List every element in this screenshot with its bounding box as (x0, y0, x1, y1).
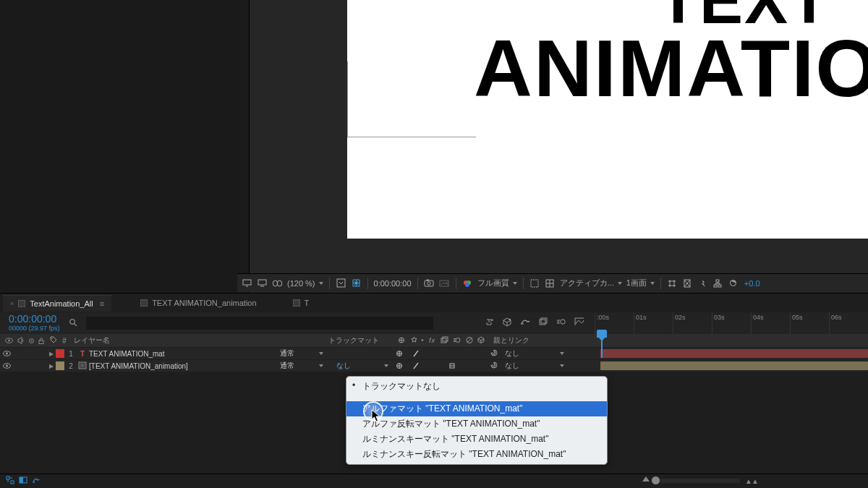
zoom-dropdown[interactable]: (120 %) (287, 279, 323, 288)
navigator-marker[interactable] (642, 476, 650, 481)
tab-t[interactable]: T (286, 295, 317, 311)
toggle-switches-icon[interactable] (6, 476, 14, 487)
label-header-icon[interactable] (49, 336, 58, 345)
layer-bar[interactable] (600, 361, 868, 370)
time-row: 0:00:00:00 00000 (29.97 fps) :00s 01s 02… (0, 312, 868, 334)
layer-row-1[interactable]: ▶ 1 T TEXT ANIMATION_mat 通常 なし (0, 347, 868, 359)
tab-text-animation-anim[interactable]: TEXT ANIMATION_animation (133, 295, 263, 311)
layer-name[interactable]: TEXT ANIMATION_mat (88, 350, 277, 358)
layer-name[interactable]: [TEXT ANIMATION_animation] (88, 362, 277, 370)
svg-rect-2 (258, 280, 266, 285)
menu-item-alpha[interactable]: アルファマット "TEXT ANIMATION_mat" (346, 401, 607, 416)
parent-dropdown[interactable]: なし (502, 348, 567, 359)
camera-label: アクティブカ... (560, 278, 614, 288)
label-color[interactable] (56, 349, 64, 358)
comp-mini-flow-icon[interactable] (483, 317, 494, 330)
frameblend-stack-icon[interactable] (537, 317, 548, 330)
svg-rect-64 (7, 476, 9, 479)
views-label: 1画面 (626, 278, 647, 288)
resolution-down-icon[interactable] (336, 278, 346, 288)
transparency-grid-icon[interactable] (351, 278, 362, 288)
menu-item-luma[interactable]: ルミナンスキーマット "TEXT ANIMATION_mat" (346, 432, 607, 447)
visibility-toggle[interactable] (3, 362, 12, 370)
preview-panel: TEXT ANIMATION (120 %) 0:00:00:00 フル画質 ア… (0, 0, 868, 293)
svg-rect-6 (337, 279, 345, 287)
region-icon[interactable] (529, 278, 540, 288)
expand-chevron-icon[interactable]: ▶ (49, 351, 56, 357)
motion-blur-icon[interactable] (556, 317, 566, 330)
blend-mode-dropdown[interactable]: 通常 (277, 361, 326, 371)
search-input[interactable] (86, 317, 433, 330)
svg-point-57 (79, 367, 80, 368)
svg-rect-27 (540, 320, 545, 325)
svg-point-5 (277, 281, 281, 286)
render-queue-icon[interactable] (19, 476, 27, 487)
search-icon[interactable] (69, 318, 77, 328)
graph-editor-icon[interactable] (574, 317, 584, 330)
svg-line-24 (74, 324, 76, 326)
snapshot-icon[interactable] (424, 278, 435, 288)
time-ruler[interactable]: :00s 01s 02s 03s 04s 05s 06s (595, 312, 868, 334)
trackmatte-dropdown[interactable]: なし (333, 361, 391, 371)
svg-rect-19 (716, 280, 719, 282)
layer-switches[interactable] (391, 362, 490, 369)
timeline-navigator[interactable]: ▲▲ (40, 474, 868, 488)
ruler-tick: 04s (751, 312, 790, 334)
channel-icon[interactable] (462, 278, 473, 288)
timecode[interactable]: 0:00:00:00 (9, 314, 60, 325)
svg-point-4 (273, 281, 277, 286)
flowchart-icon[interactable] (712, 278, 723, 288)
blend-mode-dropdown[interactable]: 通常 (277, 348, 326, 359)
svg-rect-65 (11, 481, 14, 484)
text-frame-guide (347, 61, 476, 137)
display-icon[interactable] (242, 278, 252, 288)
visibility-toggle[interactable] (3, 350, 12, 358)
trackmatte-menu: トラックマットなし アルファマット "TEXT ANIMATION_mat" ア… (346, 376, 608, 465)
fast-preview-icon[interactable] (697, 278, 708, 288)
menu-item-alpha-inv[interactable]: アルファ反転マット "TEXT ANIMATION_mat" (346, 416, 607, 432)
camera-dropdown[interactable]: アクティブカ... (560, 278, 622, 288)
svg-point-34 (51, 338, 53, 339)
mask-toggle-icon[interactable] (272, 278, 283, 288)
zoom-knob[interactable] (652, 476, 660, 484)
quality-dropdown[interactable]: フル画質 (477, 278, 517, 288)
viewer-time[interactable]: 0:00:00:00 (374, 279, 412, 288)
parent-header[interactable]: 親とリンク (493, 335, 595, 346)
trackmatte-header[interactable]: トラックマット (328, 335, 395, 346)
svg-rect-40 (443, 337, 448, 341)
shy-icon[interactable] (519, 317, 530, 330)
show-snapshot-icon[interactable] (439, 278, 450, 288)
svg-point-38 (422, 339, 423, 341)
layer-row-2[interactable]: ▶ 2 [TEXT ANIMATION_animation] 通常 なし なし (0, 359, 868, 372)
svg-rect-20 (714, 285, 717, 287)
zoom-value: (120 %) (287, 279, 315, 288)
label-color[interactable] (56, 361, 64, 370)
close-icon[interactable]: × (10, 300, 14, 307)
toggle-modes-icon[interactable] (32, 476, 40, 487)
layername-header[interactable]: レイヤー名 (71, 335, 272, 346)
zoom-slider[interactable] (653, 479, 740, 483)
grid-icon[interactable] (545, 278, 556, 288)
menu-item-luma-inv[interactable]: ルミナンスキー反転マット "TEXT ANIMATION_mat" (346, 447, 607, 462)
tab-textanimation-all[interactable]: × TextAnimation_All ≡ (3, 295, 111, 312)
pickwhip-icon[interactable] (490, 348, 499, 359)
expand-chevron-icon[interactable]: ▶ (49, 363, 56, 369)
layer-switches[interactable] (391, 350, 490, 357)
svg-point-42 (456, 338, 460, 342)
parent-dropdown[interactable]: なし (502, 361, 567, 371)
monitor-icon[interactable] (257, 278, 268, 288)
layer-bar[interactable] (600, 349, 868, 358)
pickwhip-icon[interactable] (490, 361, 499, 371)
svg-point-30 (8, 340, 10, 342)
draft-3d-icon[interactable] (501, 317, 512, 330)
menu-item-none[interactable]: トラックマットなし (346, 379, 607, 394)
svg-rect-67 (20, 477, 23, 483)
exposure-value[interactable]: +0.0 (744, 279, 760, 288)
zoom-mountain-icon[interactable]: ▲▲ (745, 477, 758, 485)
svg-rect-26 (541, 318, 547, 323)
pixel-aspect-icon[interactable] (682, 278, 693, 288)
guide-icon[interactable] (667, 278, 678, 288)
tab-menu-icon[interactable]: ≡ (100, 299, 104, 308)
views-dropdown[interactable]: 1画面 (626, 278, 655, 288)
exposure-reset-icon[interactable] (728, 278, 739, 288)
